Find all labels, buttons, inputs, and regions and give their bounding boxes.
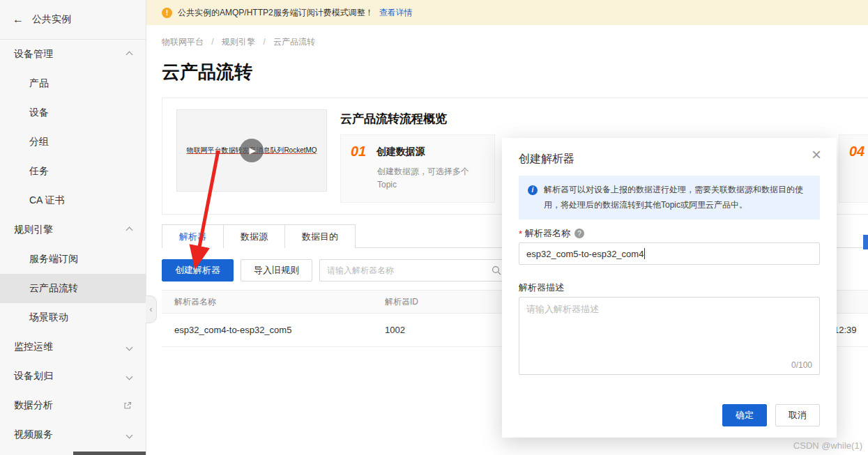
tab-label: 数据源 xyxy=(241,231,268,243)
group-label: 规则引擎 xyxy=(14,224,53,236)
parser-name-value: esp32_com5-to-esp32_com4 xyxy=(526,249,644,259)
modal-actions: 确定 取消 xyxy=(722,404,820,426)
create-parser-button[interactable]: 创建解析器 xyxy=(162,259,234,282)
toolbar: 创建解析器 导入旧规则 xyxy=(162,259,509,282)
breadcrumb-separator: / xyxy=(263,37,265,47)
sidebar-item-task[interactable]: 任务 xyxy=(0,157,146,186)
sidebar-item-label: 产品 xyxy=(29,77,49,90)
play-icon: ▶ xyxy=(249,146,255,155)
app-root: ← 公共实例 设备管理 产品 设备 分组 任务 CA 证书 规则引擎 服务端订阅 xyxy=(0,0,868,455)
chevron-up-icon xyxy=(126,51,133,58)
cancel-button[interactable]: 取消 xyxy=(775,404,820,426)
sidebar-group-data-analysis[interactable]: 数据分析 xyxy=(0,391,146,420)
step-number: 04 xyxy=(849,144,865,159)
back-label: 公共实例 xyxy=(32,13,71,26)
step-title: 创建数据源 xyxy=(376,146,425,157)
sidebar-group-video-service[interactable]: 视频服务 xyxy=(0,420,146,449)
sidebar-group-rules-engine[interactable]: 规则引擎 xyxy=(0,215,146,245)
info-alert: i 解析器可以对设备上报的数据进行处理，需要关联数据源和数据目的使用，将处理后的… xyxy=(519,176,820,219)
partial-element-right-edge xyxy=(863,235,868,249)
breadcrumb-item[interactable]: 规则引擎 xyxy=(222,37,255,47)
sidebar-item-label: 云产品流转 xyxy=(29,282,78,295)
sidebar-item-group[interactable]: 分组 xyxy=(0,128,146,157)
step-number: 01 xyxy=(351,144,366,159)
sidebar-group-device-assignment[interactable]: 设备划归 xyxy=(0,362,146,391)
tab-data-target[interactable]: 数据目的 xyxy=(284,224,356,248)
help-icon[interactable]: ? xyxy=(574,229,584,238)
column-header-parser-name[interactable]: 解析器名称 xyxy=(162,296,385,308)
search-icon[interactable] xyxy=(492,265,501,275)
info-icon: i xyxy=(528,185,538,195)
cell-parser-name: esp32_com4-to-esp32_com5 xyxy=(162,325,385,335)
sidebar-item-label: 任务 xyxy=(29,165,49,178)
search-box[interactable] xyxy=(319,259,509,282)
parser-desc-label-row: 解析器描述 xyxy=(519,282,564,294)
step-card-1: 01 创建数据源 创建数据源，可选择多个 Topic xyxy=(340,134,495,203)
char-counter: 0/100 xyxy=(791,360,812,370)
sidebar-item-device[interactable]: 设备 xyxy=(0,98,146,128)
sidebar-item-label: 设备 xyxy=(29,107,49,119)
search-input[interactable] xyxy=(327,265,492,275)
sidebar-item-scene-linkage[interactable]: 场景联动 xyxy=(0,303,146,332)
sidebar-item-label: 场景联动 xyxy=(29,311,68,324)
partial-element-bottom-left xyxy=(73,452,146,455)
modal-title: 创建解析器 xyxy=(519,152,574,167)
cell-parser-id: 1002 xyxy=(385,325,405,335)
group-label: 监控运维 xyxy=(14,341,53,353)
column-header-parser-id[interactable]: 解析器ID xyxy=(385,296,418,308)
required-asterisk: * xyxy=(519,229,522,239)
step-card-4-partial: 04 xyxy=(839,134,868,203)
tab-label: 数据目的 xyxy=(302,231,338,243)
step-desc: 创建数据源，可选择多个 Topic xyxy=(377,165,483,192)
play-button[interactable]: ▶ xyxy=(240,139,264,162)
field-label-parser-name: 解析器名称 xyxy=(525,227,570,240)
sidebar-group-device-management[interactable]: 设备管理 xyxy=(0,40,146,69)
sidebar-item-label: 服务端订阅 xyxy=(29,253,78,265)
cell-time-partial: 12:39 xyxy=(834,325,857,335)
breadcrumb-item[interactable]: 物联网平台 xyxy=(162,37,204,47)
breadcrumb-current: 云产品流转 xyxy=(273,37,315,47)
parser-desc-textarea[interactable] xyxy=(519,298,819,374)
tab-label: 解析器 xyxy=(179,231,206,243)
chevron-down-icon xyxy=(126,373,133,380)
sidebar-item-product[interactable]: 产品 xyxy=(0,69,146,98)
create-parser-modal: 创建解析器 × i 解析器可以对设备上报的数据进行处理，需要关联数据源和数据目的… xyxy=(502,138,837,438)
group-label: 视频服务 xyxy=(14,429,53,441)
sidebar-item-ca-cert[interactable]: CA 证书 xyxy=(0,186,146,215)
field-label-parser-desc: 解析器描述 xyxy=(519,282,564,294)
sidebar: ← 公共实例 设备管理 产品 设备 分组 任务 CA 证书 规则引擎 服务端订阅 xyxy=(0,0,146,455)
notice-banner: ! 公共实例的AMQP/HTTP2服务端订阅计费模式调整！ 查看详情 xyxy=(146,0,868,25)
group-label: 设备划归 xyxy=(14,370,53,383)
breadcrumb: 物联网平台 / 规则引擎 / 云产品流转 xyxy=(162,36,315,48)
info-text: 解析器可以对设备上报的数据进行处理，需要关联数据源和数据目的使用，将处理后的数据… xyxy=(544,185,803,210)
sidebar-item-label: 分组 xyxy=(29,136,49,148)
tab-data-source[interactable]: 数据源 xyxy=(223,224,285,248)
breadcrumb-separator: / xyxy=(211,37,213,47)
sidebar-group-monitoring[interactable]: 监控运维 xyxy=(0,332,146,362)
sidebar-item-cloud-product-flow[interactable]: 云产品流转 xyxy=(0,274,146,303)
banner-text: 公共实例的AMQP/HTTP2服务端订阅计费模式调整！ xyxy=(178,7,374,19)
parser-name-label-row: * 解析器名称 ? xyxy=(519,227,584,240)
chevron-down-icon xyxy=(126,344,133,350)
tab-parser[interactable]: 解析器 xyxy=(162,224,224,248)
parser-name-input[interactable]: esp32_com5-to-esp32_com4 xyxy=(519,242,820,265)
back-arrow-icon[interactable]: ← xyxy=(13,13,24,26)
page-title: 云产品流转 xyxy=(162,60,252,84)
sidebar-item-server-subscription[interactable]: 服务端订阅 xyxy=(0,245,146,274)
watermark: CSDN @while(1) xyxy=(793,440,862,451)
text-caret xyxy=(644,248,645,259)
warning-icon: ! xyxy=(162,8,172,18)
parser-desc-field: 0/100 xyxy=(519,297,820,375)
confirm-button[interactable]: 确定 xyxy=(722,404,767,426)
sidebar-item-label: CA 证书 xyxy=(29,194,65,207)
close-icon[interactable]: × xyxy=(812,146,821,163)
sidebar-collapse-handle[interactable]: ‹ xyxy=(146,295,157,323)
back-header[interactable]: ← 公共实例 xyxy=(0,0,146,40)
import-old-rules-button[interactable]: 导入旧规则 xyxy=(241,259,312,282)
video-thumbnail[interactable]: 物联网平台数据转发至消息队列RocketMQ ▶ xyxy=(176,109,327,192)
banner-link[interactable]: 查看详情 xyxy=(379,7,413,19)
external-link-icon xyxy=(123,401,132,410)
chevron-up-icon xyxy=(126,226,133,233)
group-label: 设备管理 xyxy=(14,48,53,61)
collapse-icon: ‹ xyxy=(150,304,153,314)
